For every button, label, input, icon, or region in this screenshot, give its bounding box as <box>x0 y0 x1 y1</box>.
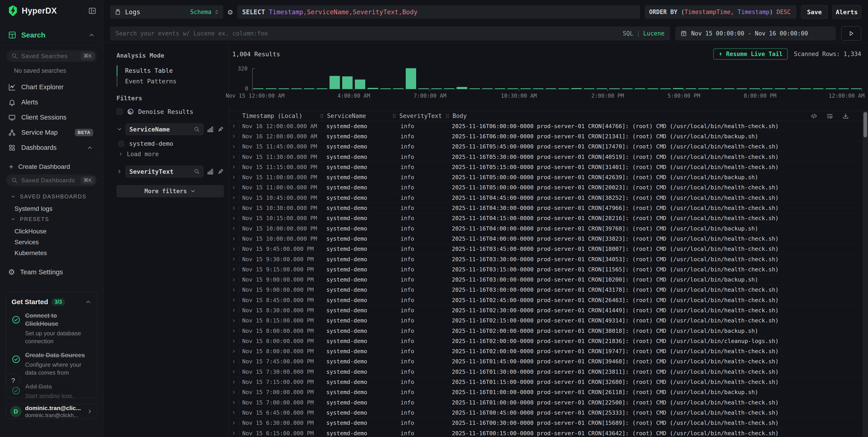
row-expand-icon[interactable] <box>231 277 236 282</box>
row-expand-icon[interactable] <box>231 369 236 374</box>
get-started-item[interactable]: Add Data Start sending logs, metrics, or… <box>11 382 92 398</box>
column-header-servicename[interactable]: ServiceName <box>316 112 389 119</box>
sidebar-item-alerts[interactable]: Alerts <box>0 95 103 110</box>
row-expand-icon[interactable] <box>231 288 236 292</box>
table-row[interactable]: Nov 15 6:15:00.000 PM systemd-demo info … <box>229 428 862 437</box>
table-row[interactable]: Nov 15 10:00:00.000 PM systemd-demo info… <box>229 234 862 244</box>
row-expand-icon[interactable] <box>231 195 236 200</box>
table-row[interactable]: Nov 15 10:15:00.000 PM systemd-demo info… <box>229 213 862 224</box>
table-row[interactable]: Nov 15 9:00:00.000 PM systemd-demo info … <box>229 274 862 285</box>
table-row[interactable]: Nov 15 11:30:00.000 PM systemd-demo info… <box>229 152 862 162</box>
download-icon[interactable] <box>842 113 849 120</box>
column-header-severitytext[interactable]: SeverityText <box>389 112 442 119</box>
presets-section-header[interactable]: PRESETS <box>10 216 49 222</box>
column-header-body[interactable]: Body <box>442 112 862 119</box>
alerts-button[interactable]: Alerts <box>832 5 861 19</box>
row-expand-icon[interactable] <box>231 216 236 221</box>
sidebar-item-systemd-logs[interactable]: Systemd logs <box>14 204 53 214</box>
user-menu[interactable]: D dominic.tran@clic... dominic.tran@clic… <box>6 404 97 419</box>
scrollbar-thumb[interactable] <box>864 112 867 137</box>
row-expand-icon[interactable] <box>231 380 236 384</box>
table-row[interactable]: Nov 15 11:15:00.000 PM systemd-demo info… <box>229 162 862 172</box>
row-expand-icon[interactable] <box>231 421 236 426</box>
table-row[interactable]: Nov 15 9:00:00.000 PM systemd-demo info … <box>229 285 862 295</box>
filter-value-label[interactable]: systemd-demo <box>129 140 173 147</box>
row-expand-icon[interactable] <box>231 144 236 149</box>
histogram-bar[interactable] <box>457 87 467 89</box>
more-filters-button[interactable]: More filters <box>117 185 224 197</box>
sidebar-item-kubernetes[interactable]: Kubernetes <box>14 248 47 258</box>
table-row[interactable]: Nov 15 8:45:00.000 PM systemd-demo info … <box>229 295 862 305</box>
chevron-right-icon[interactable] <box>117 169 122 174</box>
query-mode-toggle[interactable]: SQL | Lucene <box>623 30 664 37</box>
table-row[interactable]: Nov 15 7:00:00.000 PM systemd-demo info … <box>229 387 862 398</box>
table-row[interactable]: Nov 15 7:30:00.000 PM systemd-demo info … <box>229 367 862 377</box>
table-row[interactable]: Nov 16 12:00:00.000 AM systemd-demo info… <box>229 121 862 131</box>
table-row[interactable]: Nov 15 6:45:00.000 PM systemd-demo info … <box>229 408 862 418</box>
row-expand-icon[interactable] <box>231 124 236 129</box>
histogram-bar[interactable] <box>342 76 352 89</box>
mode-lucene[interactable]: Lucene <box>643 30 664 37</box>
sidebar-item-service-map[interactable]: Service Map BETA <box>0 125 103 140</box>
row-expand-icon[interactable] <box>231 175 236 180</box>
sidebar-item-search[interactable]: Search <box>8 29 95 41</box>
get-started-item[interactable]: Create Data Sources Configure where your… <box>11 351 92 377</box>
column-header-timestamp[interactable]: Timestamp (Local) <box>239 112 316 119</box>
select-clause-input[interactable]: SELECT Timestamp,ServiceName,SeverityTex… <box>237 5 640 19</box>
table-row[interactable]: Nov 15 8:15:00.000 PM systemd-demo info … <box>229 316 862 326</box>
row-expand-icon[interactable] <box>231 390 236 395</box>
table-row[interactable]: Nov 15 11:00:00.000 PM systemd-demo info… <box>229 172 862 182</box>
get-started-item[interactable]: Connect to ClickHouse Set up your databa… <box>11 312 92 345</box>
source-select[interactable]: Logs Schema <box>110 5 223 19</box>
source-settings-gear-icon[interactable]: ⚙ <box>228 8 233 16</box>
pin-icon[interactable] <box>217 126 224 133</box>
code-view-icon[interactable] <box>811 113 817 120</box>
row-expand-icon[interactable] <box>231 246 236 251</box>
drag-handle-icon[interactable] <box>319 113 324 119</box>
row-expand-icon[interactable] <box>231 226 236 231</box>
mode-sql[interactable]: SQL <box>623 30 633 37</box>
row-expand-icon[interactable] <box>231 206 236 211</box>
date-range-picker[interactable]: Nov 15 00:00:00 - Nov 16 00:00:00 <box>675 27 836 40</box>
drag-handle-icon[interactable] <box>445 113 450 119</box>
sidebar-item-chart-explorer[interactable]: Chart Explorer <box>0 79 103 95</box>
table-row[interactable]: Nov 15 9:45:00.000 PM systemd-demo info … <box>229 244 862 254</box>
load-more-button[interactable]: Load more <box>118 151 224 158</box>
run-query-button[interactable] <box>841 27 861 40</box>
row-expand-icon[interactable] <box>231 134 236 139</box>
chevron-down-icon[interactable] <box>117 126 122 132</box>
vertical-scrollbar[interactable] <box>863 111 868 437</box>
table-row[interactable]: Nov 15 9:15:00.000 PM systemd-demo info … <box>229 264 862 274</box>
save-button[interactable]: Save <box>801 5 828 19</box>
row-expand-icon[interactable] <box>231 308 236 313</box>
event-search-box[interactable]: SQL | Lucene <box>110 27 670 40</box>
table-row[interactable]: Nov 15 8:30:00.000 PM systemd-demo info … <box>229 305 862 315</box>
wrap-lines-icon[interactable] <box>827 113 833 120</box>
table-row[interactable]: Nov 15 8:00:00.000 PM systemd-demo info … <box>229 336 862 346</box>
table-row[interactable]: Nov 15 10:45:00.000 PM systemd-demo info… <box>229 193 862 203</box>
histogram-bar[interactable] <box>355 79 365 89</box>
row-expand-icon[interactable] <box>231 257 236 262</box>
histogram-bar[interactable] <box>330 76 340 89</box>
table-row[interactable]: Nov 16 12:00:00.000 AM systemd-demo info… <box>229 131 862 141</box>
table-row[interactable]: Nov 15 11:45:00.000 PM systemd-demo info… <box>229 142 862 152</box>
table-row[interactable]: Nov 15 10:00:00.000 PM systemd-demo info… <box>229 224 862 234</box>
row-expand-icon[interactable] <box>231 185 236 190</box>
severitytext-filter-search[interactable]: SeverityText <box>126 166 204 177</box>
row-expand-icon[interactable] <box>231 431 236 436</box>
row-expand-icon[interactable] <box>231 154 236 159</box>
row-expand-icon[interactable] <box>231 236 236 241</box>
row-expand-icon[interactable] <box>231 359 236 364</box>
row-expand-icon[interactable] <box>231 165 236 169</box>
row-expand-icon[interactable] <box>231 267 236 272</box>
table-row[interactable]: Nov 15 6:30:00.000 PM systemd-demo info … <box>229 418 862 428</box>
table-row[interactable]: Nov 15 9:30:00.000 PM systemd-demo info … <box>229 254 862 264</box>
tab-event-patterns[interactable]: Event Patterns <box>117 76 224 87</box>
chevron-up-icon[interactable] <box>86 144 93 151</box>
order-by-input[interactable]: ORDER BY (TimestampTime, Timestamp) DESC <box>645 5 797 19</box>
drag-handle-icon[interactable] <box>392 113 397 119</box>
row-expand-icon[interactable] <box>231 410 236 415</box>
row-expand-icon[interactable] <box>231 400 236 405</box>
saved-dashboards-input[interactable]: Saved Dashboards ⌘K <box>6 174 97 186</box>
chevron-up-icon[interactable] <box>88 32 95 38</box>
